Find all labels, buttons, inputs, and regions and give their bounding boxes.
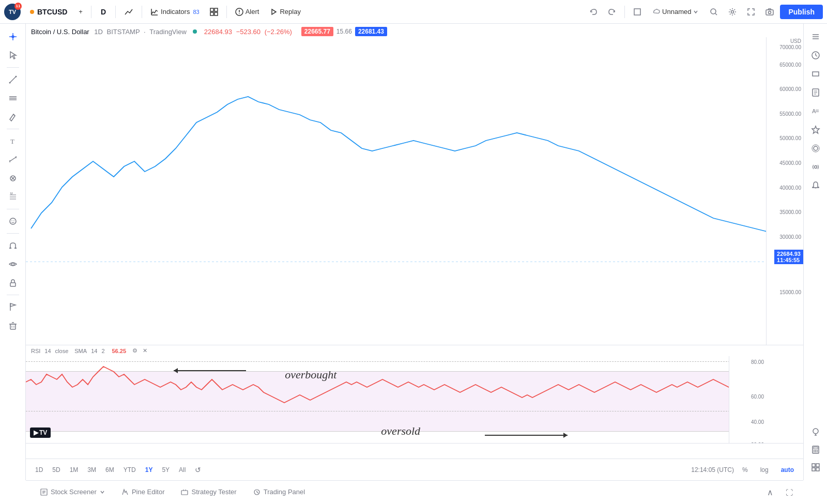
log-toggle[interactable]: log (756, 464, 773, 476)
period-5y[interactable]: 5Y (158, 464, 174, 476)
star-button[interactable] (807, 121, 824, 139)
screenshot-button[interactable] (761, 6, 778, 18)
oversold-label: oversold (381, 424, 420, 438)
undo-button[interactable] (585, 6, 602, 18)
unnamed-button[interactable]: Unnamed (648, 6, 703, 18)
open-price: 22665.77 (301, 27, 333, 36)
grid-button[interactable] (807, 459, 824, 476)
svg-rect-14 (766, 10, 773, 15)
period-5d[interactable]: 5D (48, 464, 64, 476)
patterns-tool[interactable] (4, 170, 22, 187)
svg-line-55 (816, 55, 817, 56)
main-price-chart[interactable]: USD 70000.00 65000.00 60000.00 55000.00 … (26, 37, 803, 345)
measure-tool[interactable] (4, 151, 22, 169)
symbol-button[interactable]: BTCUSD (25, 6, 72, 18)
interval-label: D (101, 8, 106, 16)
tab-strategy-tester[interactable]: Strategy Tester (173, 484, 244, 501)
fibonacci-tool[interactable]: ⚙ (4, 188, 22, 206)
magnet-tool[interactable] (4, 237, 22, 254)
period-1m[interactable]: 1M (66, 464, 83, 476)
chart-type-button[interactable] (120, 5, 137, 19)
add-symbol-button[interactable]: + (74, 6, 87, 18)
pencil-tool[interactable] (4, 108, 22, 126)
stock-screener-label: Stock Screener (51, 488, 97, 496)
svg-rect-10 (634, 9, 640, 15)
cursor-tool[interactable] (4, 47, 22, 64)
expand-panel-button[interactable]: ⛶ (782, 486, 797, 499)
prev-close: 15.66 (336, 28, 352, 35)
calculator-button[interactable] (807, 441, 824, 459)
percent-toggle[interactable]: % (738, 464, 752, 476)
unnamed-label: Unnamed (662, 8, 691, 16)
left-sep-5 (7, 295, 19, 295)
left-toolbar: T ⚙ (0, 24, 26, 480)
period-3m[interactable]: 3M (83, 464, 100, 476)
period-6m[interactable]: 6M (101, 464, 118, 476)
price-40k: 40000.00 (779, 185, 801, 191)
layers-button[interactable] (807, 140, 824, 157)
auto-toggle[interactable]: auto (777, 464, 798, 476)
rsi-header: RSI 14 close SMA 14 2 56.25 ⚙ ✕ (26, 345, 803, 356)
expand-button[interactable] (743, 6, 759, 18)
rsi-length: 14 (44, 348, 51, 354)
broadcast-button[interactable] (807, 158, 824, 176)
indicators-button[interactable]: Indicators 83 (146, 6, 204, 18)
indicators-count: 83 (193, 9, 199, 15)
svg-rect-80 (816, 464, 819, 467)
svg-text:A: A (812, 108, 816, 114)
delete-tool[interactable] (4, 317, 22, 334)
trend-line-tool[interactable] (4, 71, 22, 88)
notes-button[interactable] (807, 84, 824, 101)
period-all[interactable]: All (175, 464, 190, 476)
period-ytd[interactable]: YTD (119, 464, 140, 476)
clock-button[interactable] (807, 47, 824, 64)
svg-rect-75 (817, 450, 818, 451)
redo-button[interactable] (604, 6, 620, 18)
eye-tool[interactable] (4, 255, 22, 273)
text-tool[interactable]: T (4, 132, 22, 150)
rsi-close-icon[interactable]: ✕ (143, 347, 147, 354)
data-window-button[interactable]: A (807, 102, 824, 120)
price-50k: 50000.00 (779, 135, 801, 141)
flag-tool[interactable] (4, 298, 22, 316)
period-reset-icon[interactable]: ↺ (191, 464, 205, 476)
sep-1 (91, 6, 91, 18)
bell-button[interactable] (807, 177, 824, 194)
tab-trading-panel[interactable]: Trading Panel (245, 484, 313, 501)
alert-button[interactable]: Alert (231, 6, 264, 18)
left-sep-4 (7, 233, 19, 234)
rectangle-button[interactable] (807, 65, 824, 83)
watchlist-button[interactable] (807, 28, 824, 45)
rsi-label: RSI (31, 348, 40, 354)
crosshair-tool[interactable] (4, 28, 22, 45)
lock-tool[interactable] (4, 274, 22, 292)
svg-rect-81 (812, 468, 815, 471)
replay-icon (269, 8, 278, 16)
tab-stock-screener[interactable]: Stock Screener (32, 484, 113, 501)
price-15k: 15000.00 (779, 289, 801, 295)
indicator-lines-tool[interactable] (4, 89, 22, 107)
rsi-chart-container: overbought oversold 80.00 60.00 40.00 20… (26, 356, 766, 456)
period-1y[interactable]: 1Y (141, 464, 157, 476)
trading-panel-label: Trading Panel (264, 488, 305, 496)
rsi-panel: RSI 14 close SMA 14 2 56.25 ⚙ ✕ overbou (26, 345, 803, 459)
svg-point-67 (814, 166, 817, 169)
ideas-button[interactable] (807, 423, 824, 441)
period-1d[interactable]: 1D (31, 464, 47, 476)
settings-button[interactable] (724, 6, 741, 18)
tv-logo[interactable]: TV 11 (4, 4, 21, 20)
layout-button[interactable] (206, 6, 222, 18)
svg-rect-3 (215, 8, 218, 11)
publish-button[interactable]: Publish (780, 5, 823, 19)
replay-button[interactable]: Replay (265, 6, 304, 18)
fullscreen-button[interactable] (629, 6, 646, 18)
tab-pine-editor[interactable]: Pine Editor (113, 484, 173, 501)
svg-point-15 (769, 11, 771, 13)
svg-point-11 (711, 9, 716, 14)
svg-point-66 (812, 145, 819, 152)
interval-button[interactable]: D (96, 6, 111, 18)
search-button[interactable] (706, 6, 722, 18)
emoji-tool[interactable] (4, 212, 22, 230)
rsi-settings-icon[interactable]: ⚙ (132, 347, 137, 354)
collapse-panel-button[interactable]: ∧ (763, 485, 777, 499)
